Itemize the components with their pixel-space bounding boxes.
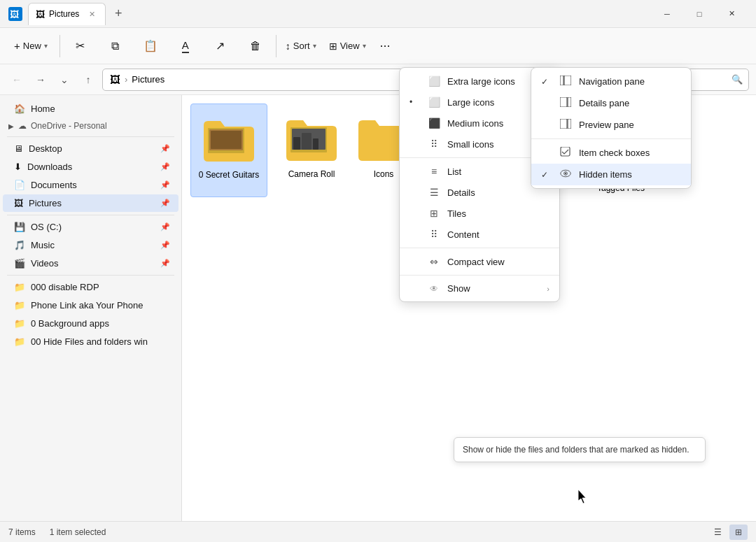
toolbar: + New ▾ ✂ ⧉ 📋 A ↗ 🗑 ↕ Sort ▾ ⊞ View ▾ ··… [0,28,756,64]
menu-preview-pane[interactable]: Preview pane [531,114,691,136]
sidebar-documents-label: Documents [31,180,77,190]
svg-rect-4 [211,131,241,149]
paste-button[interactable]: 📋 [134,31,167,62]
folder-icon-000: 📁 [14,282,25,292]
sidebar-folder-bg[interactable]: 📁 0 Background apps [3,315,178,332]
sidebar-onedrive-label: OneDrive - Personal [31,121,107,131]
menu-content[interactable]: ⠿ Content [400,224,559,245]
tooltip-text: Show or hide the files and folders that … [463,445,690,455]
sidebar-item-home[interactable]: 🏠 Home [3,100,178,117]
home-icon: 🏠 [14,104,25,114]
pin-icon-pictures: 📌 [160,199,170,208]
close-button[interactable]: ✕ [715,3,748,25]
list-view-button[interactable]: ☰ [708,525,727,540]
rename-button[interactable]: A [169,31,202,62]
show-icon: 👁 [428,284,440,294]
menu-item-check-boxes[interactable]: Item check boxes [531,142,691,164]
sidebar-group-onedrive[interactable]: ▶ ☁ OneDrive - Personal [0,118,181,134]
sidebar-folder-hide[interactable]: 📁 00 Hide Files and folders win [3,333,178,350]
sidebar-item-c-drive[interactable]: 💾 OS (C:) 📌 [3,218,178,236]
new-button[interactable]: + New ▾ [6,31,56,62]
new-label: New [23,41,41,51]
file-item-camera-roll[interactable]: Camera Roll [273,104,350,197]
toolbar-separator-1 [59,35,60,57]
minimize-button[interactable]: ─ [651,3,683,25]
paste-icon: 📋 [144,39,158,52]
sidebar-folder-000[interactable]: 📁 000 disable RDP [3,278,178,296]
details-pane-icon [559,97,572,109]
sidebar-divider-3 [7,275,174,276]
view-label: View [340,41,360,51]
sidebar-item-documents[interactable]: 📄 Documents 📌 [3,176,178,194]
pictures-icon: 🖼 [14,198,23,208]
menu-tiles[interactable]: ⊞ Tiles [400,203,559,224]
videos-icon: 🎬 [14,258,25,269]
sort-button[interactable]: ↕ Sort ▾ [280,34,322,59]
view-button[interactable]: ⊞ View ▾ [323,34,372,59]
more-button[interactable]: ··· [373,34,398,59]
cut-button[interactable]: ✂ [64,31,97,62]
address-separator: › [125,74,127,85]
sidebar-divider-2 [7,215,174,215]
share-icon: ↗ [216,39,225,52]
svg-rect-14 [564,76,571,85]
svg-rect-17 [560,119,567,129]
address-text: Pictures [132,74,164,85]
new-tab-button[interactable]: + [108,4,128,24]
menu-nav-pane[interactable]: ✓ Navigation pane [531,71,691,92]
item-check-icon [559,147,572,159]
pin-icon-documents: 📌 [160,180,170,190]
svg-rect-13 [560,76,564,85]
music-icon: 🎵 [14,240,25,250]
selection-info: 1 item selected [50,527,106,537]
grid-view-button[interactable]: ⊞ [729,525,748,540]
active-tab[interactable]: 🖼 Pictures ✕ [28,3,106,25]
svg-rect-9 [313,138,318,150]
show-arrow-icon: › [547,285,550,293]
menu-details-pane[interactable]: Details pane [531,92,691,114]
sort-icon: ↕ [286,41,290,52]
delete-button[interactable]: 🗑 [239,31,272,62]
show-menu: ✓ Navigation pane Details pane Preview p… [531,67,692,189]
sidebar-pictures-label: Pictures [29,198,62,208]
cut-icon: ✂ [76,39,85,52]
menu-show[interactable]: 👁 Show › [400,278,559,299]
tiles-label: Tiles [447,208,466,219]
sidebar-folder-phone[interactable]: 📁 Phone Link aka Your Phone [3,297,178,314]
forward-button[interactable]: → [31,70,50,90]
view-icon: ⊞ [329,41,337,52]
sidebar-item-videos[interactable]: 🎬 Videos 📌 [3,255,178,272]
menu-compact[interactable]: ⇔ Compact view [400,251,559,272]
drive-icon: 💾 [14,222,25,232]
preview-pane-label: Preview pane [579,120,634,130]
menu-hidden-items[interactable]: ✓ Hidden items [531,164,691,185]
downloads-icon: ⬇ [14,162,22,172]
back-button[interactable]: ← [7,70,27,90]
file-item-0-secret-guitars[interactable]: 0 Secret Guitars [190,104,267,197]
sidebar-folder-phone-label: Phone Link aka Your Phone [31,300,143,311]
new-chevron-icon: ▾ [44,42,48,50]
sidebar-music-label: Music [31,240,55,250]
svg-rect-16 [568,97,571,107]
maximize-button[interactable]: □ [683,3,715,25]
copy-icon: ⧉ [111,40,119,52]
share-button[interactable]: ↗ [204,31,237,62]
sidebar-desktop-label: Desktop [29,143,62,154]
up-button[interactable]: ↑ [78,70,98,90]
file-label-1: Camera Roll [288,169,335,179]
recent-locations-button[interactable]: ⌄ [55,70,74,90]
copy-button[interactable]: ⧉ [99,31,132,62]
sort-chevron-icon: ▾ [313,42,316,50]
sidebar-item-desktop[interactable]: 🖥 Desktop 📌 [3,140,178,157]
menu-sep-3 [400,275,559,276]
svg-text:🖼: 🖼 [10,9,19,20]
file-label-0: 0 Secret Guitars [199,170,260,180]
details-pane-label: Details pane [579,98,629,108]
small-label: Small icons [447,139,493,150]
sidebar-item-downloads[interactable]: ⬇ Downloads 📌 [3,158,178,176]
tab-close-icon[interactable]: ✕ [89,10,95,19]
sidebar-item-pictures[interactable]: 🖼 Pictures 📌 [3,194,178,212]
svg-rect-18 [568,119,571,129]
toolbar-separator-2 [276,35,276,57]
sidebar-item-music[interactable]: 🎵 Music 📌 [3,236,178,254]
